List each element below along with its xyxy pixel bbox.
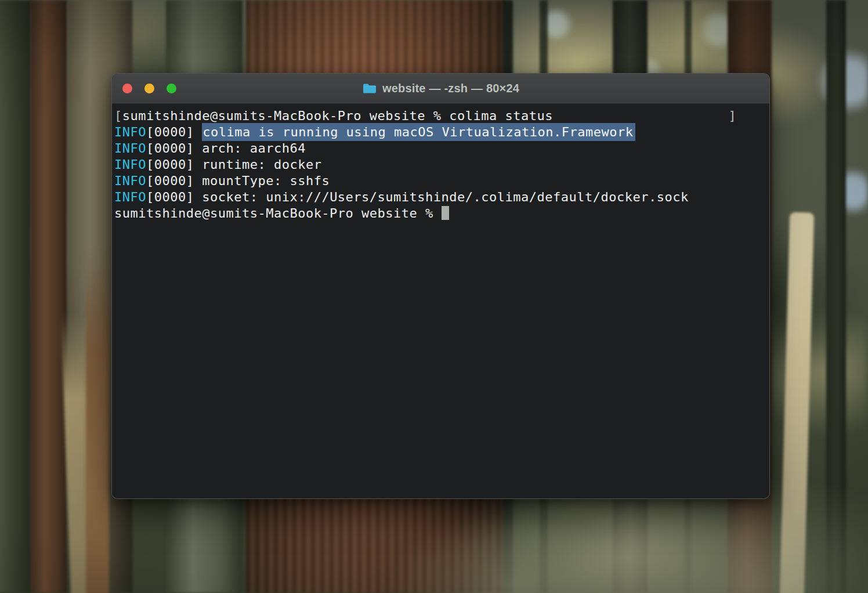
terminal-line: INFO[0000] colima is running using macOS… (114, 124, 768, 140)
terminal-window: website — -zsh — 80×24 [sumitshinde@sumi… (111, 73, 770, 499)
terminal-line: INFO[0000] socket: unix:///Users/sumitsh… (114, 189, 768, 205)
terminal-text-segment: arch: aarch64 (202, 141, 306, 156)
terminal-text-segment: mountType: sshfs (202, 173, 330, 188)
zoom-button[interactable] (167, 84, 176, 93)
traffic-lights (122, 74, 176, 103)
terminal-text-segment: runtime: docker (202, 157, 321, 172)
terminal-line: INFO[0000] runtime: docker (114, 157, 768, 173)
terminal-text-segment: colima is running using macOS Virtualiza… (202, 123, 635, 141)
terminal-line: [sumitshinde@sumits-MacBook-Pro website … (114, 108, 768, 124)
window-titlebar[interactable]: website — -zsh — 80×24 (112, 74, 769, 104)
terminal-output: [sumitshinde@sumits-MacBook-Pro website … (114, 108, 768, 222)
terminal-line: INFO[0000] arch: aarch64 (114, 140, 768, 157)
terminal-text-segment: INFO (114, 190, 146, 204)
terminal-text-segment: sumitshinde@sumits-MacBook-Pro website % (114, 206, 442, 220)
minimize-button[interactable] (144, 84, 154, 93)
terminal-text-segment (553, 109, 728, 123)
terminal-text-segment: [0000] (146, 157, 202, 172)
desktop-wallpaper: website — -zsh — 80×24 [sumitshinde@sumi… (0, 0, 868, 593)
terminal-text-segment: sumitshinde@sumits-MacBook-Pro website %… (122, 109, 553, 123)
window-title-group: website — -zsh — 80×24 (362, 82, 519, 95)
close-button[interactable] (122, 84, 132, 93)
folder-icon (362, 82, 377, 95)
terminal-line: INFO[0000] mountType: sshfs (114, 173, 768, 189)
window-title: website — -zsh — 80×24 (382, 82, 519, 95)
terminal-text-segment: [ (114, 109, 122, 123)
terminal-text-segment: socket: unix:///Users/sumitshinde/.colim… (202, 190, 688, 204)
terminal-content[interactable]: [sumitshinde@sumits-MacBook-Pro website … (112, 104, 769, 498)
terminal-line: sumitshinde@sumits-MacBook-Pro website % (114, 205, 768, 222)
terminal-text-segment: ] (728, 109, 736, 123)
terminal-text-segment: [0000] (146, 125, 202, 139)
terminal-cursor (442, 206, 449, 220)
terminal-text-segment: [0000] (146, 173, 202, 188)
terminal-text-segment: [0000] (146, 190, 202, 204)
terminal-text-segment: [0000] (146, 141, 202, 156)
terminal-text-segment: INFO (114, 157, 146, 172)
terminal-text-segment: INFO (114, 173, 146, 188)
terminal-text-segment: INFO (114, 125, 146, 139)
terminal-text-segment: INFO (114, 141, 146, 156)
